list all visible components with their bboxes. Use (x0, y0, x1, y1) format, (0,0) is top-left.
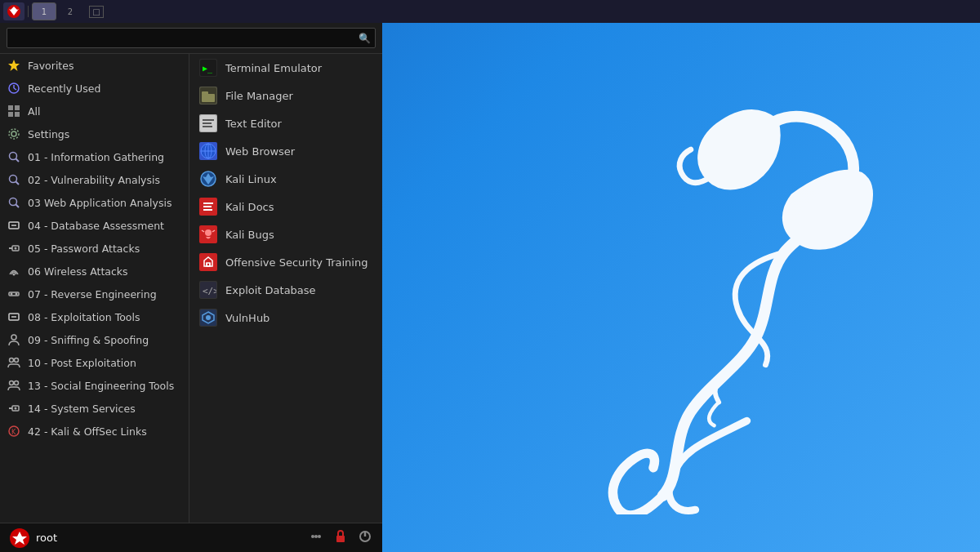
svg-rect-62 (200, 254, 216, 270)
app-icon-kali-docs (199, 198, 217, 216)
sidebar-item-10-post[interactable]: 10 - Post Exploitation (0, 351, 189, 374)
svg-rect-8 (8, 112, 13, 117)
svg-line-13 (16, 159, 20, 162)
app-label-vulnhub: VulnHub (225, 312, 270, 324)
svg-rect-7 (15, 105, 20, 110)
svg-point-73 (314, 535, 318, 538)
menu-body: FavoritesRecently UsedAllSettings01 - In… (0, 54, 382, 523)
app-item-kali-docs[interactable]: Kali Docs (189, 193, 382, 220)
app-label-filemanager: File Manager (225, 90, 293, 102)
sidebar-item-settings[interactable]: Settings (0, 122, 189, 145)
app-item-browser[interactable]: Web Browser (189, 137, 382, 165)
category-label-settings: Settings (28, 128, 69, 140)
power-icon[interactable] (358, 529, 372, 547)
svg-point-12 (10, 153, 17, 160)
app-icon-kali-linux (199, 170, 217, 188)
lock-icon[interactable] (333, 529, 348, 547)
sidebar-item-13-social[interactable]: 13 - Social Engineering Tools (0, 374, 189, 397)
category-label-06-wireless: 06 Wireless Attacks (28, 265, 128, 278)
sidebar-item-03-web[interactable]: 03 Web Application Analysis (0, 191, 189, 214)
category-icon-favorites (7, 58, 21, 73)
app-icon-exploit-db: </> (199, 281, 217, 299)
apps-panel: ▶_Terminal EmulatorFile ManagerText Edit… (189, 54, 382, 523)
svg-point-14 (10, 176, 17, 183)
sidebar-item-02-vuln[interactable]: 02 - Vulnerability Analysis (0, 168, 189, 191)
app-item-vulnhub[interactable]: VulnHub (189, 304, 382, 332)
search-input[interactable] (7, 28, 376, 48)
svg-point-31 (15, 358, 19, 363)
svg-rect-9 (15, 112, 20, 117)
sidebar-item-01-info[interactable]: 01 - Information Gathering (0, 145, 189, 168)
sidebar-item-06-wireless[interactable]: 06 Wireless Attacks (0, 260, 189, 283)
category-icon-all (7, 104, 21, 118)
svg-point-10 (11, 131, 16, 136)
bottom-action-icons (309, 529, 372, 547)
svg-point-29 (11, 335, 16, 340)
workspace-1-button[interactable]: 1 (32, 2, 56, 20)
app-icon-kali-bugs (199, 225, 217, 243)
category-label-recently-used: Recently Used (28, 82, 100, 95)
app-item-exploit-db[interactable]: </>Exploit Database (189, 276, 382, 304)
svg-text:K: K (11, 429, 16, 436)
kali-menu-button[interactable] (3, 2, 24, 20)
sidebar-item-14-system[interactable]: 14 - System Services (0, 397, 189, 420)
svg-rect-43 (202, 91, 208, 95)
app-item-offsec-training[interactable]: Offensive Security Training (189, 248, 382, 276)
svg-rect-45 (203, 119, 214, 121)
settings-dots-icon[interactable] (309, 529, 323, 547)
app-icon-vulnhub (199, 309, 217, 327)
sidebar-item-09-sniff[interactable]: 09 - Sniffing & Spoofing (0, 328, 189, 351)
app-item-filemanager[interactable]: File Manager (189, 82, 382, 109)
sidebar-item-04-db[interactable]: 04 - Database Assessment (0, 214, 189, 237)
app-icon-browser (199, 142, 217, 160)
categories-panel: FavoritesRecently UsedAllSettings01 - In… (0, 54, 189, 523)
svg-point-22 (15, 247, 17, 250)
svg-point-32 (10, 381, 14, 385)
category-icon-10-post (7, 355, 21, 370)
svg-point-72 (311, 535, 314, 538)
svg-rect-56 (203, 206, 212, 207)
workspace-3-button[interactable]: □ (84, 2, 109, 20)
sidebar-item-07-reverse[interactable]: 07 - Reverse Engineering (0, 283, 189, 305)
category-icon-14-system (7, 401, 21, 416)
sidebar-item-recently-used[interactable]: Recently Used (0, 77, 189, 100)
taskbar-left: 1 2 □ (0, 2, 112, 20)
app-item-kali-linux[interactable]: Kali Linux (189, 165, 382, 193)
category-label-14-system: 14 - System Services (28, 403, 136, 415)
username-label: root (36, 532, 57, 544)
workspace-2-button[interactable]: 2 (58, 2, 82, 20)
sidebar-item-08-exploit[interactable]: 08 - Exploitation Tools (0, 305, 189, 328)
app-item-terminal[interactable]: ▶_Terminal Emulator (189, 54, 382, 82)
svg-marker-2 (8, 60, 20, 71)
app-label-kali-docs: Kali Docs (225, 201, 274, 213)
svg-point-23 (13, 274, 16, 276)
sidebar-item-all[interactable]: All (0, 100, 189, 122)
category-label-13-social: 13 - Social Engineering Tools (28, 380, 174, 392)
app-label-browser: Web Browser (225, 145, 295, 158)
svg-rect-46 (203, 122, 212, 124)
app-label-offsec-training: Offensive Security Training (225, 256, 368, 269)
kali-dragon-logo (408, 65, 898, 514)
bottom-bar: root (0, 523, 382, 552)
category-label-04-db: 04 - Database Assessment (28, 220, 164, 232)
app-label-texteditor: Text Editor (225, 118, 282, 130)
app-item-texteditor[interactable]: Text Editor (189, 109, 382, 137)
svg-line-5 (14, 88, 16, 90)
app-icon-offsec-training (199, 253, 217, 271)
sidebar-item-favorites[interactable]: Favorites (0, 54, 189, 77)
svg-point-74 (318, 535, 321, 538)
sidebar-item-42-kali[interactable]: K42 - Kali & OffSec Links (0, 420, 189, 443)
svg-line-17 (16, 205, 20, 208)
category-label-favorites: Favorites (28, 60, 74, 72)
search-icon: 🔍 (359, 33, 371, 44)
category-icon-02-vuln (7, 172, 21, 187)
app-item-kali-bugs[interactable]: Kali Bugs (189, 220, 382, 248)
sidebar-item-05-pass[interactable]: 05 - Password Attacks (0, 237, 189, 260)
svg-point-36 (15, 407, 17, 410)
category-icon-08-exploit (7, 309, 21, 324)
category-label-02-vuln: 02 - Vulnerability Analysis (28, 174, 160, 186)
category-label-all: All (28, 105, 41, 118)
search-bar: 🔍 (0, 23, 382, 54)
svg-rect-75 (336, 536, 345, 542)
category-icon-04-db (7, 218, 21, 233)
